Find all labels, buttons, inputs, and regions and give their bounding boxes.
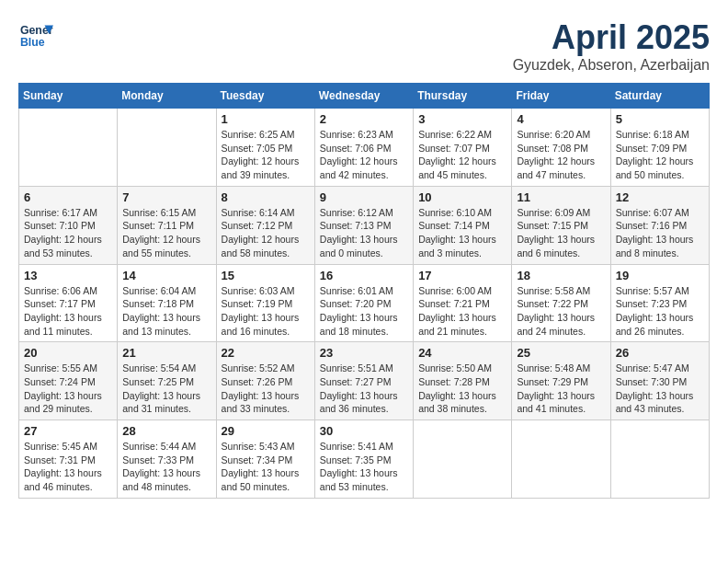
day-info: Sunrise: 5:57 AM (616, 284, 704, 298)
day-number: 30 (320, 424, 408, 438)
calendar-cell: 15Sunrise: 6:03 AMSunset: 7:19 PMDayligh… (216, 264, 314, 342)
day-info: Sunset: 7:33 PM (122, 454, 210, 467)
calendar-cell (414, 420, 512, 499)
col-header-tuesday: Tuesday (216, 84, 314, 109)
day-info: Sunset: 7:05 PM (222, 142, 310, 155)
calendar-cell: 16Sunrise: 6:01 AMSunset: 7:20 PMDayligh… (314, 264, 413, 342)
day-number: 15 (222, 269, 310, 282)
day-info: Daylight: 13 hours and 24 minutes. (517, 311, 605, 338)
day-info: Daylight: 13 hours and 26 minutes. (616, 311, 704, 338)
header: General Blue April 2025 Gyuzdek, Abseron… (18, 18, 710, 74)
calendar-cell: 7Sunrise: 6:15 AMSunset: 7:11 PMDaylight… (118, 186, 216, 264)
day-info: Sunset: 7:06 PM (320, 142, 408, 155)
day-info: Daylight: 13 hours and 18 minutes. (320, 311, 408, 338)
day-number: 20 (24, 346, 112, 360)
day-info: Sunset: 7:14 PM (418, 219, 506, 233)
week-row-5: 27Sunrise: 5:45 AMSunset: 7:31 PMDayligh… (19, 420, 710, 499)
day-info: Sunrise: 6:10 AM (418, 206, 506, 220)
day-info: Daylight: 12 hours and 45 minutes. (418, 155, 506, 181)
calendar-title: April 2025 (513, 18, 710, 57)
calendar-subtitle: Gyuzdek, Abseron, Azerbaijan (513, 57, 710, 74)
day-info: Sunrise: 5:44 AM (122, 440, 210, 454)
day-info: Sunset: 7:20 PM (320, 297, 408, 311)
day-info: Sunrise: 6:18 AM (616, 128, 704, 142)
day-info: Sunrise: 6:01 AM (320, 284, 408, 298)
day-info: Sunset: 7:16 PM (616, 219, 704, 233)
calendar-cell: 5Sunrise: 6:18 AMSunset: 7:09 PMDaylight… (610, 109, 709, 187)
title-area: April 2025 Gyuzdek, Abseron, Azerbaijan (513, 18, 710, 74)
day-info: Daylight: 13 hours and 11 minutes. (24, 311, 112, 338)
day-info: Sunset: 7:07 PM (418, 142, 506, 155)
day-info: Sunset: 7:11 PM (122, 219, 210, 233)
day-number: 4 (517, 112, 605, 126)
calendar-cell: 19Sunrise: 5:57 AMSunset: 7:23 PMDayligh… (610, 264, 709, 342)
logo-icon: General Blue (18, 18, 53, 57)
calendar-cell: 27Sunrise: 5:45 AMSunset: 7:31 PMDayligh… (19, 420, 118, 499)
calendar-cell: 3Sunrise: 6:22 AMSunset: 7:07 PMDaylight… (414, 109, 512, 187)
day-number: 19 (616, 269, 704, 282)
day-info: Sunrise: 5:52 AM (222, 362, 310, 375)
day-number: 12 (616, 190, 704, 204)
day-info: Sunset: 7:34 PM (222, 454, 310, 467)
day-number: 8 (222, 190, 310, 204)
day-info: Sunrise: 6:09 AM (517, 206, 605, 220)
day-number: 14 (122, 269, 210, 282)
day-info: Sunset: 7:21 PM (418, 297, 506, 311)
calendar-cell: 8Sunrise: 6:14 AMSunset: 7:12 PMDaylight… (216, 186, 314, 264)
day-info: Sunrise: 6:20 AM (517, 128, 605, 142)
day-number: 3 (418, 112, 506, 126)
day-info: Sunset: 7:12 PM (222, 219, 310, 233)
day-info: Sunset: 7:22 PM (517, 297, 605, 311)
day-info: Daylight: 13 hours and 31 minutes. (122, 389, 210, 416)
day-number: 28 (122, 424, 210, 438)
calendar-cell: 12Sunrise: 6:07 AMSunset: 7:16 PMDayligh… (610, 186, 709, 264)
day-info: Sunrise: 5:58 AM (517, 284, 605, 298)
col-header-sunday: Sunday (19, 84, 118, 109)
day-info: Daylight: 13 hours and 21 minutes. (418, 311, 506, 338)
calendar-cell: 2Sunrise: 6:23 AMSunset: 7:06 PMDaylight… (314, 109, 413, 187)
calendar-cell: 26Sunrise: 5:47 AMSunset: 7:30 PMDayligh… (610, 342, 709, 420)
day-info: Daylight: 12 hours and 58 minutes. (222, 233, 310, 259)
day-info: Sunrise: 5:51 AM (320, 362, 408, 375)
day-number: 11 (517, 190, 605, 204)
calendar-cell: 10Sunrise: 6:10 AMSunset: 7:14 PMDayligh… (414, 186, 512, 264)
day-info: Daylight: 12 hours and 47 minutes. (517, 155, 605, 181)
calendar-cell: 11Sunrise: 6:09 AMSunset: 7:15 PMDayligh… (512, 186, 610, 264)
day-info: Sunrise: 6:04 AM (122, 284, 210, 298)
week-row-3: 13Sunrise: 6:06 AMSunset: 7:17 PMDayligh… (19, 264, 710, 342)
calendar-cell (610, 420, 709, 499)
calendar-cell: 23Sunrise: 5:51 AMSunset: 7:27 PMDayligh… (314, 342, 413, 420)
day-info: Daylight: 13 hours and 29 minutes. (24, 389, 112, 416)
day-number: 9 (320, 190, 408, 204)
col-header-wednesday: Wednesday (314, 84, 413, 109)
day-number: 2 (320, 112, 408, 126)
day-info: Sunset: 7:27 PM (320, 375, 408, 389)
day-info: Daylight: 12 hours and 50 minutes. (616, 155, 704, 181)
col-header-friday: Friday (512, 84, 610, 109)
day-info: Sunrise: 6:14 AM (222, 206, 310, 220)
day-number: 23 (320, 346, 408, 360)
day-info: Sunset: 7:29 PM (517, 375, 605, 389)
day-number: 21 (122, 346, 210, 360)
week-row-1: 1Sunrise: 6:25 AMSunset: 7:05 PMDaylight… (19, 109, 710, 187)
calendar-cell: 18Sunrise: 5:58 AMSunset: 7:22 PMDayligh… (512, 264, 610, 342)
day-info: Sunset: 7:23 PM (616, 297, 704, 311)
day-info: Sunset: 7:26 PM (222, 375, 310, 389)
day-number: 25 (517, 346, 605, 360)
day-info: Sunrise: 6:12 AM (320, 206, 408, 220)
day-info: Daylight: 12 hours and 42 minutes. (320, 155, 408, 181)
day-info: Sunrise: 6:23 AM (320, 128, 408, 142)
day-info: Daylight: 13 hours and 8 minutes. (616, 233, 704, 259)
calendar-cell: 25Sunrise: 5:48 AMSunset: 7:29 PMDayligh… (512, 342, 610, 420)
day-info: Daylight: 13 hours and 43 minutes. (616, 389, 704, 416)
day-number: 29 (222, 424, 310, 438)
day-info: Sunset: 7:15 PM (517, 219, 605, 233)
week-row-2: 6Sunrise: 6:17 AMSunset: 7:10 PMDaylight… (19, 186, 710, 264)
day-info: Sunrise: 5:48 AM (517, 362, 605, 375)
calendar-cell: 14Sunrise: 6:04 AMSunset: 7:18 PMDayligh… (118, 264, 216, 342)
day-info: Daylight: 13 hours and 53 minutes. (320, 466, 408, 493)
logo: General Blue (18, 18, 53, 57)
calendar-cell: 28Sunrise: 5:44 AMSunset: 7:33 PMDayligh… (118, 420, 216, 499)
day-number: 7 (122, 190, 210, 204)
calendar-cell (19, 109, 118, 187)
